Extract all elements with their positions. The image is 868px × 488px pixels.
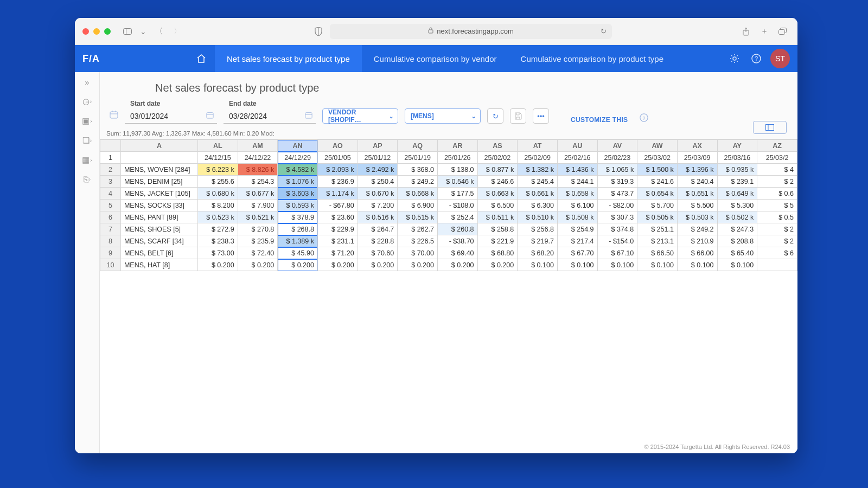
data-cell[interactable]: $ 0.100 bbox=[597, 259, 637, 271]
data-cell[interactable]: $ 0.511 k bbox=[477, 211, 518, 223]
data-cell[interactable]: $ 5.500 bbox=[677, 200, 717, 211]
row-header[interactable]: 2 bbox=[100, 164, 121, 176]
data-cell[interactable]: $ 221.9 bbox=[477, 235, 518, 247]
data-cell[interactable]: $ 1.436 k bbox=[557, 164, 597, 176]
data-cell[interactable]: $ 241.6 bbox=[637, 176, 678, 188]
data-cell[interactable]: $ 0.651 k bbox=[677, 188, 717, 200]
row-label[interactable]: MENS, SCARF [34] bbox=[120, 235, 197, 247]
col-header[interactable]: AN bbox=[278, 140, 318, 152]
col-header[interactable]: AW bbox=[637, 140, 678, 152]
col-header[interactable]: AY bbox=[717, 140, 757, 152]
data-cell[interactable]: $ 0.516 k bbox=[358, 211, 398, 223]
data-cell[interactable]: $ 252.4 bbox=[437, 211, 477, 223]
data-cell[interactable]: $ 0.649 k bbox=[717, 188, 757, 200]
data-cell[interactable]: $ 0.510 k bbox=[518, 211, 558, 223]
data-cell[interactable]: $ 0.6 bbox=[757, 188, 797, 200]
data-cell[interactable]: $ 69.40 bbox=[437, 247, 477, 259]
data-cell[interactable]: $ 71.20 bbox=[317, 247, 358, 259]
data-cell[interactable]: $ 1.076 k bbox=[278, 176, 318, 188]
data-cell[interactable]: $ 255.6 bbox=[197, 176, 238, 188]
data-cell[interactable]: $ 244.1 bbox=[557, 176, 597, 188]
data-cell[interactable]: $ 2 bbox=[757, 235, 797, 247]
data-cell[interactable]: $ 264.7 bbox=[358, 223, 398, 235]
col-header[interactable]: AU bbox=[557, 140, 597, 152]
data-cell[interactable]: - $108.0 bbox=[437, 200, 477, 211]
date-cell[interactable]: 25/01/12 bbox=[358, 152, 398, 164]
col-header[interactable]: AZ bbox=[757, 140, 797, 152]
new-tab-icon[interactable]: ＋ bbox=[757, 24, 771, 38]
date-cell[interactable]: 25/03/02 bbox=[637, 152, 678, 164]
date-cell[interactable]: 25/02/16 bbox=[557, 152, 597, 164]
data-cell[interactable]: $ 0.663 k bbox=[477, 188, 518, 200]
sidebar-cube-icon[interactable]: ❏› bbox=[82, 136, 92, 145]
data-cell[interactable]: $ 1.382 k bbox=[518, 164, 558, 176]
data-cell[interactable] bbox=[757, 259, 797, 271]
data-cell[interactable]: $ 5.700 bbox=[637, 200, 678, 211]
col-header[interactable]: AO bbox=[317, 140, 358, 152]
data-cell[interactable]: $ 0.200 bbox=[238, 259, 278, 271]
data-cell[interactable]: $ 270.8 bbox=[238, 223, 278, 235]
data-cell[interactable]: $ 239.1 bbox=[717, 176, 757, 188]
data-cell[interactable]: $ 6.500 bbox=[477, 200, 518, 211]
end-date-input[interactable] bbox=[224, 108, 316, 124]
data-cell[interactable]: $ 0.593 k bbox=[278, 200, 318, 211]
data-cell[interactable]: $ 73.00 bbox=[197, 247, 238, 259]
data-cell[interactable]: $ 1.389 k bbox=[278, 235, 318, 247]
data-cell[interactable]: $ 23.60 bbox=[317, 211, 358, 223]
row-label[interactable]: MENS, SHOES [5] bbox=[120, 223, 197, 235]
data-cell[interactable]: $ 5 bbox=[757, 200, 797, 211]
start-date-input[interactable] bbox=[125, 108, 217, 124]
data-cell[interactable]: $ 0.200 bbox=[437, 259, 477, 271]
row-header[interactable]: 6 bbox=[100, 211, 121, 223]
data-cell[interactable]: $ 254.9 bbox=[557, 223, 597, 235]
maximize-window-icon[interactable] bbox=[104, 28, 111, 35]
data-cell[interactable]: $ 0.668 k bbox=[398, 188, 438, 200]
sidebar-grid-icon[interactable]: ▦› bbox=[82, 155, 92, 165]
date-cell[interactable]: 25/03/2 bbox=[757, 152, 797, 164]
sidebar-toggle-icon[interactable] bbox=[120, 24, 135, 38]
col-header[interactable]: AQ bbox=[398, 140, 438, 152]
data-cell[interactable]: $ 65.40 bbox=[717, 247, 757, 259]
data-cell[interactable]: $ 262.7 bbox=[398, 223, 438, 235]
category-dropdown[interactable]: [MENS] ⌄ bbox=[405, 108, 481, 124]
col-header[interactable]: AT bbox=[518, 140, 558, 152]
row-header[interactable]: 9 bbox=[100, 247, 121, 259]
data-cell[interactable]: $ 368.0 bbox=[398, 164, 438, 176]
data-cell[interactable]: $ 7.900 bbox=[238, 200, 278, 211]
row-header[interactable]: 3 bbox=[100, 176, 121, 188]
data-cell[interactable]: $ 4 bbox=[757, 164, 797, 176]
row-label[interactable]: MENS, BELT [6] bbox=[120, 247, 197, 259]
data-cell[interactable]: $ 0.100 bbox=[637, 259, 678, 271]
data-cell[interactable]: $ 2 bbox=[757, 176, 797, 188]
data-cell[interactable]: $ 0.200 bbox=[278, 259, 318, 271]
data-cell[interactable]: $ 256.8 bbox=[518, 223, 558, 235]
data-cell[interactable]: $ 2 bbox=[757, 223, 797, 235]
share-icon[interactable] bbox=[739, 24, 753, 38]
data-cell[interactable]: $ 0.100 bbox=[557, 259, 597, 271]
data-cell[interactable]: $ 250.4 bbox=[358, 176, 398, 188]
date-cell[interactable]: 24/12/15 bbox=[197, 152, 238, 164]
data-cell[interactable]: $ 0.100 bbox=[677, 259, 717, 271]
data-cell[interactable]: $ 226.5 bbox=[398, 235, 438, 247]
address-bar[interactable]: next.forecastingapp.com ↻ bbox=[330, 24, 612, 39]
data-cell[interactable]: $ 319.3 bbox=[597, 176, 637, 188]
col-header[interactable]: AX bbox=[677, 140, 717, 152]
data-cell[interactable]: $ 0.200 bbox=[317, 259, 358, 271]
help-icon[interactable]: ? bbox=[640, 113, 648, 124]
cell[interactable] bbox=[120, 152, 197, 164]
date-cell[interactable]: 25/02/02 bbox=[477, 152, 518, 164]
data-cell[interactable]: $ 0.200 bbox=[477, 259, 518, 271]
row-label[interactable]: MENS, WOVEN [284] bbox=[120, 164, 197, 176]
data-cell[interactable]: $ 0.654 k bbox=[637, 188, 678, 200]
data-cell[interactable]: $ 247.3 bbox=[717, 223, 757, 235]
tabs-icon[interactable] bbox=[776, 24, 790, 38]
data-cell[interactable]: $ 219.7 bbox=[518, 235, 558, 247]
date-cell[interactable]: 25/01/05 bbox=[317, 152, 358, 164]
data-cell[interactable]: $ 0.546 k bbox=[437, 176, 477, 188]
close-window-icon[interactable] bbox=[82, 28, 89, 35]
data-cell[interactable]: $ 66.50 bbox=[637, 247, 678, 259]
data-cell[interactable]: $ 72.40 bbox=[238, 247, 278, 259]
data-cell[interactable]: $ 0.5 bbox=[757, 211, 797, 223]
row-label[interactable]: MENS, JACKET [105] bbox=[120, 188, 197, 200]
row-header[interactable]: 8 bbox=[100, 235, 121, 247]
